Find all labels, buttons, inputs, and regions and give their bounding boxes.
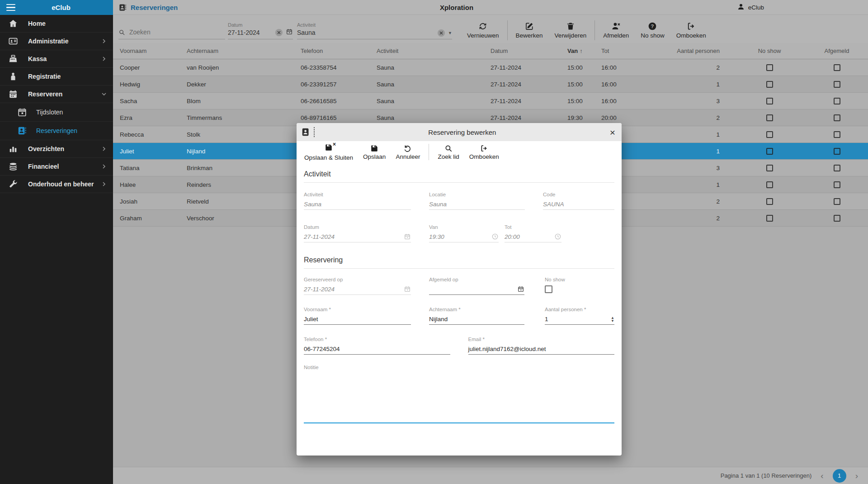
field-afgemeld-op[interactable]: Afgemeld op [429,277,524,295]
number-stepper[interactable]: ▲▼ [611,316,614,323]
table-row[interactable]: Coopervan Rooijen06-23358754Sauna27-11-2… [113,59,868,76]
no-show-checkbox[interactable] [766,81,773,88]
save-button[interactable]: Opslaan [358,144,391,160]
sign-off-button[interactable]: Afmelden [597,22,635,39]
cancel-button[interactable]: Annuleer [391,144,425,160]
field-voornaam[interactable]: Voornaam * Juliet [304,307,411,325]
chevron-down-icon [100,90,108,98]
calendar-picker-icon[interactable] [286,28,293,37]
no-show-checkbox[interactable] [766,215,773,222]
field-email[interactable]: Email * juliet.nijland7162@icloud.net [468,337,615,355]
rebook-button[interactable]: Omboeken [670,22,712,39]
clear-datum-icon[interactable] [275,28,283,37]
sidebar-item-tijdsloten[interactable]: Tijdsloten [0,103,113,122]
previous-page-chevron-icon[interactable]: ‹ [819,471,825,480]
dialog-titlebar[interactable]: Reservering bewerken × [297,123,622,141]
column-header-telefoon[interactable]: Telefoon [301,47,377,54]
search-field[interactable] [118,25,225,39]
page-number-button[interactable]: 1 [833,469,846,483]
field-achternaam[interactable]: Achternaam * Nijland [429,307,524,325]
column-header-tot[interactable]: Tot [601,47,661,54]
cell-telefoon: 06-26616585 [301,98,377,104]
no-show-checkbox[interactable] [766,114,773,121]
afgemeld-checkbox[interactable] [834,98,840,104]
table-actions: Vernieuwen Bewerken Verwijderen Afmelden… [461,19,712,41]
cell-no_show [733,64,806,71]
sidebar-item-reserveringen[interactable]: Reserveringen [0,122,113,140]
no-show-checkbox[interactable] [766,198,773,205]
cell-no_show [733,131,806,138]
find-member-button[interactable]: Zoek lid [433,144,464,160]
sidebar-item-kassa[interactable]: Kassa [0,50,113,68]
afgemeld-checkbox[interactable] [834,64,840,71]
no-show-checkbox[interactable] [766,148,773,155]
column-header-afgemeld[interactable]: Afgemeld [806,47,868,54]
table-row[interactable]: SachaBlom06-26616585Sauna27-11-202415:00… [113,93,868,109]
no-show-checkbox[interactable] [766,98,773,104]
cell-achternaam: van Rooijen [187,64,301,71]
clear-activiteit-icon[interactable] [437,29,445,37]
datum-filter[interactable]: Datum 27-11-2024 [228,21,293,39]
cell-datum: 27-11-2024 [491,64,567,71]
afgemeld-checkbox[interactable] [834,131,840,138]
sidebar-item-home[interactable]: Home [0,15,113,33]
column-header-aantal-personen[interactable]: Aantal personen [661,47,733,54]
no-show-checkbox[interactable] [545,285,552,293]
no-show-checkbox[interactable] [766,64,773,71]
cell-voornaam: Sacha [113,98,187,104]
afgemeld-checkbox[interactable] [834,81,840,88]
cell-aantal: 3 [661,165,733,171]
field-aantal-personen[interactable]: Aantal personen * 1 ▲▼ [545,307,614,325]
cell-afgemeld [806,131,868,138]
refresh-button[interactable]: Vernieuwen [461,22,505,39]
no-show-checkbox[interactable] [766,165,773,171]
cell-voornaam: Tatiana [113,165,187,171]
field-notitie[interactable]: Notitie [304,365,614,423]
save-and-close-button[interactable]: × Opslaan & Sluiten [299,143,358,161]
sidebar-item-financieel[interactable]: Financieel [0,158,113,176]
no-show-checkbox[interactable] [766,131,773,138]
sidebar-item-reserveren[interactable]: Reserveren [0,85,113,103]
search-input[interactable] [118,25,225,39]
user-menu[interactable]: eClub [737,0,764,15]
no-show-checkbox[interactable] [766,181,773,188]
rebook-dialog-button[interactable]: Omboeken [464,144,504,160]
cell-datum: 27-11-2024 [491,114,567,121]
afgemeld-checkbox[interactable] [834,198,840,205]
notitie-textarea[interactable] [304,370,614,423]
activiteit-filter[interactable]: Activiteit Sauna ▼ [297,21,452,39]
afgemeld-checkbox[interactable] [834,181,840,188]
column-header-achternaam[interactable]: Achternaam [187,47,301,54]
pagination-bar: Pagina 1 van 1 (10 Reserveringen) ‹ 1 › [113,467,868,484]
table-row[interactable]: HedwigDekker06-23391257Sauna27-11-202415… [113,76,868,93]
delete-button[interactable]: Verwijderen [549,22,593,39]
field-code: Code SAUNA [543,192,614,210]
cell-telefoon: 06-89716165 [301,114,377,121]
cell-no_show [733,198,806,205]
afgemeld-checkbox[interactable] [834,215,840,222]
column-header-van[interactable]: Van↑ [567,47,601,54]
cell-afgemeld [806,98,868,104]
edit-reservation-dialog: Reservering bewerken × × Opslaan & Sluit… [297,123,622,456]
sidebar: eClub Home Administratie Kassa Registrat… [0,0,113,484]
no-show-button[interactable]: ? No show [635,22,670,39]
next-page-chevron-icon[interactable]: › [854,471,860,480]
column-header-voornaam[interactable]: Voornaam [113,47,187,54]
sidebar-item-overzichten[interactable]: Overzichten [0,140,113,158]
dropdown-caret-icon[interactable]: ▼ [448,31,452,35]
column-header-no-show[interactable]: No show [733,47,806,54]
cell-achternaam: Verschoor [187,215,301,222]
field-telefoon[interactable]: Telefoon * 06-77245204 [304,337,450,355]
hamburger-menu-icon[interactable] [6,4,15,11]
afgemeld-checkbox[interactable] [834,165,840,171]
afgemeld-checkbox[interactable] [834,148,840,155]
sidebar-item-onderhoud-en-beheer[interactable]: Onderhoud en beheer [0,176,113,193]
column-header-activiteit[interactable]: Activiteit [377,47,491,54]
sidebar-item-registratie[interactable]: Registratie [0,68,113,85]
column-header-datum[interactable]: Datum [491,47,567,54]
logout-arrow-icon [480,144,488,152]
sidebar-item-administratie[interactable]: Administratie [0,33,113,50]
afgemeld-checkbox[interactable] [834,114,840,121]
close-icon[interactable]: × [610,128,615,137]
edit-button[interactable]: Bewerken [510,22,549,39]
